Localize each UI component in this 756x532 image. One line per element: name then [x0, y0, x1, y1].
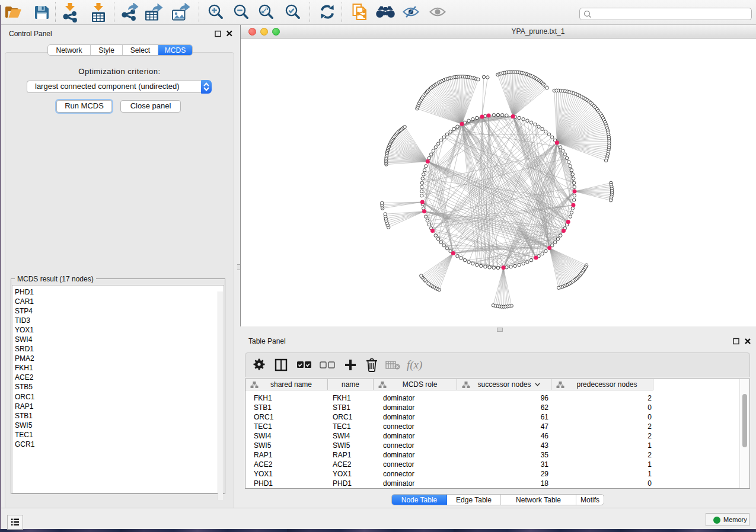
- svg-text:f(x): f(x): [407, 358, 422, 371]
